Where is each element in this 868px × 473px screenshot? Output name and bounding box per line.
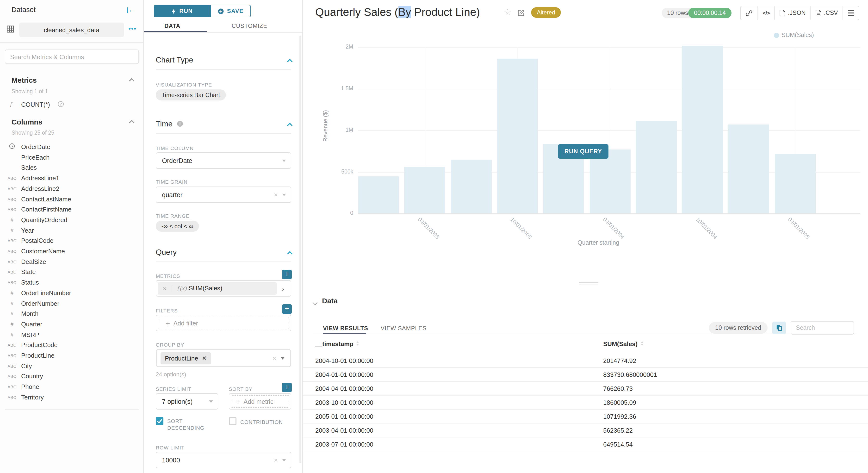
time-range-value[interactable]: -∞ ≤ col < ∞: [156, 221, 199, 232]
group-by-select[interactable]: ProductLine✕ ×: [156, 349, 291, 367]
column-item-City[interactable]: ABCCity: [0, 361, 143, 371]
bar-2004-07-01[interactable]: [636, 121, 677, 214]
run-button[interactable]: RUN: [154, 5, 211, 17]
metrics-collapse-icon[interactable]: [129, 78, 134, 84]
add-filter-button[interactable]: +: [282, 304, 292, 314]
row-limit-select[interactable]: 10000 ×: [156, 452, 291, 468]
tab-view-results[interactable]: VIEW RESULTS: [323, 325, 368, 332]
text-type-icon: ABC: [6, 197, 18, 202]
column-item-AddressLine1[interactable]: ABCAddressLine1: [0, 173, 143, 184]
gridline-1.5M: [358, 89, 860, 89]
column-item-PriceEach[interactable]: PriceEach: [0, 152, 143, 163]
bar-2003-07-01[interactable]: [451, 159, 491, 214]
column-item-OrderLineNumber[interactable]: #OrderLineNumber: [0, 288, 143, 298]
column-item-State[interactable]: ABCState: [0, 267, 143, 278]
bar-2005-01-01[interactable]: [728, 124, 769, 214]
sort-descending-checkbox[interactable]: [156, 417, 163, 425]
sort-by-dropzone[interactable]: + Add metric: [231, 395, 289, 408]
column-label: QuantityOrdered: [21, 216, 67, 223]
scrollbar[interactable]: [300, 36, 301, 463]
column-item-Phone[interactable]: ABCPhone: [0, 382, 143, 392]
bar-2003-04-01[interactable]: [404, 166, 445, 214]
remove-chip-icon[interactable]: ✕: [202, 355, 207, 361]
remove-metric-icon[interactable]: ×: [158, 285, 172, 292]
column-item-DealSize[interactable]: ABCDealSize: [0, 256, 143, 267]
time-grain-select[interactable]: quarter ×: [156, 187, 291, 203]
copy-link-button[interactable]: [741, 6, 758, 20]
bar-2005-04-01[interactable]: [775, 154, 815, 214]
add-filter-dropzone[interactable]: + Add filter: [158, 317, 289, 329]
column-item-OrderNumber[interactable]: #OrderNumber: [0, 298, 143, 309]
contribution-checkbox[interactable]: [229, 417, 237, 425]
metric-pill[interactable]: × ƒ(x) SUM(Sales): [158, 282, 277, 295]
table-row-5: 2003-04-01 00:00:00562365.22: [303, 423, 868, 437]
metric-list-item[interactable]: ƒ COUNT(*) ?: [0, 100, 143, 111]
column-item-Country[interactable]: ABCCountry: [0, 371, 143, 382]
chart-type-collapse-icon[interactable]: [287, 59, 293, 64]
columns-showing-count: Showing 25 of 25: [11, 130, 54, 135]
embed-code-button[interactable]: </>: [758, 6, 775, 20]
column-item-CustomerName[interactable]: ABCCustomerName: [0, 246, 143, 257]
column-item-Month[interactable]: #Month: [0, 309, 143, 319]
save-button[interactable]: SAVE: [211, 5, 251, 17]
dataset-more-menu[interactable]: •••: [129, 25, 136, 32]
column-header-timestamp[interactable]: __timestamp: [315, 340, 359, 348]
columns-collapse-icon[interactable]: [129, 120, 134, 125]
column-item-PostalCode[interactable]: ABCPostalCode: [0, 236, 143, 246]
series-limit-select[interactable]: 7 option(s): [156, 393, 218, 410]
column-item-MSRP[interactable]: #MSRP: [0, 329, 143, 340]
column-item-ContactFirstName[interactable]: ABCContactFirstName: [0, 204, 143, 215]
chart-legend[interactable]: SUM(Sales): [774, 32, 814, 38]
query-section-title: Query: [156, 248, 177, 257]
code-icon: </>: [763, 10, 770, 16]
export-csv-button[interactable]: .CSV: [811, 6, 843, 20]
run-query-overlay-button[interactable]: RUN QUERY: [558, 144, 609, 159]
chart-title[interactable]: Quarterly Sales (By Product Line): [315, 6, 480, 19]
export-json-button[interactable]: .JSON: [775, 6, 811, 20]
column-item-Year[interactable]: #Year: [0, 225, 143, 236]
column-item-Status[interactable]: ABCStatus: [0, 277, 143, 288]
column-item-OrderDate[interactable]: OrderDate: [0, 142, 143, 152]
dataset-name[interactable]: cleaned_sales_data: [19, 23, 124, 37]
menu-button[interactable]: [843, 6, 859, 20]
column-label: OrderNumber: [21, 300, 59, 307]
tab-view-samples[interactable]: VIEW SAMPLES: [381, 325, 427, 332]
add-sort-metric-button[interactable]: +: [282, 383, 292, 392]
tab-customize[interactable]: CUSTOMIZE: [232, 23, 267, 29]
chevron-right-icon[interactable]: ›: [277, 282, 289, 295]
column-label: CustomerName: [21, 248, 65, 255]
column-header-sum-sales[interactable]: SUM(Sales): [603, 340, 643, 348]
column-item-ContactLastName[interactable]: ABCContactLastName: [0, 194, 143, 204]
visualization-type-value[interactable]: Time-series Bar Chart: [156, 89, 226, 100]
edit-title-icon[interactable]: [518, 9, 525, 17]
search-metrics-columns-input[interactable]: [5, 50, 139, 64]
column-item-Territory[interactable]: ABCTerritory: [0, 392, 143, 403]
favorite-star-icon[interactable]: ☆: [504, 7, 512, 17]
results-search-input[interactable]: [790, 321, 854, 335]
column-item-AddressLine2[interactable]: ABCAddressLine2: [0, 184, 143, 194]
time-column-select[interactable]: OrderDate: [156, 152, 291, 169]
data-panel-collapse-icon[interactable]: [313, 300, 317, 305]
collapse-sidebar-icon[interactable]: |←: [127, 6, 134, 13]
bar-2004-04-01[interactable]: [589, 150, 630, 214]
bar-2004-10-01[interactable]: [682, 46, 723, 214]
column-item-Quarter[interactable]: #Quarter: [0, 319, 143, 330]
column-item-ProductCode[interactable]: ABCProductCode: [0, 340, 143, 351]
query-collapse-icon[interactable]: [287, 251, 293, 257]
copy-data-button[interactable]: [772, 322, 786, 334]
column-item-QuantityOrdered[interactable]: #QuantityOrdered: [0, 215, 143, 225]
clear-icon[interactable]: ×: [273, 355, 276, 361]
column-item-Sales[interactable]: Sales: [0, 163, 143, 173]
add-metric-button[interactable]: +: [282, 270, 292, 279]
panel-resize-handle[interactable]: [579, 282, 598, 286]
altered-badge[interactable]: Altered: [531, 7, 561, 18]
group-by-chip[interactable]: ProductLine✕: [160, 352, 211, 364]
bar-2003-01-01[interactable]: [358, 177, 399, 214]
time-collapse-icon[interactable]: [287, 123, 293, 128]
clear-icon[interactable]: ×: [274, 456, 278, 463]
clear-icon[interactable]: ×: [274, 191, 278, 198]
tab-data[interactable]: DATA: [164, 23, 180, 29]
bar-2003-10-01[interactable]: [497, 59, 538, 214]
metrics-label: METRICS: [156, 273, 180, 279]
column-item-ProductLine[interactable]: ABCProductLine: [0, 350, 143, 361]
